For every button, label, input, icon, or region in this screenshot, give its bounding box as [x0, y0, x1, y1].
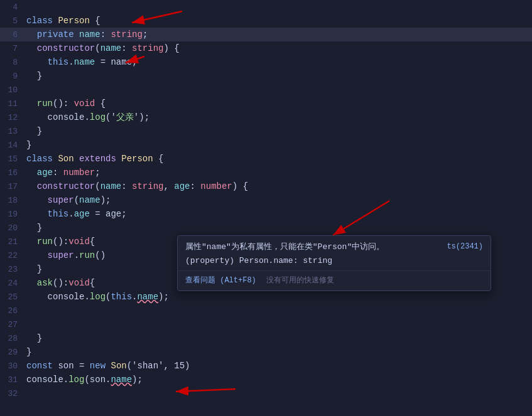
line-number-29: 29 — [0, 348, 24, 357]
line-number-14: 14 — [0, 141, 24, 150]
line-number-22: 22 — [0, 251, 24, 260]
line-number-32: 32 — [0, 389, 24, 398]
line-number-24: 24 — [0, 279, 24, 288]
code-line-4: 4 — [0, 0, 532, 14]
line-number-8: 8 — [0, 58, 24, 67]
line-number-30: 30 — [0, 361, 24, 371]
line-number-4: 4 — [0, 3, 24, 12]
code-line-14: 14} — [0, 138, 532, 152]
line-content-5: class Person { — [24, 16, 532, 26]
line-number-27: 27 — [0, 320, 24, 329]
line-content-6: private name: string; — [24, 29, 532, 40]
line-content-14: } — [24, 140, 532, 150]
code-line-18: 18 super(name); — [0, 193, 532, 207]
line-number-17: 17 — [0, 182, 24, 191]
line-number-13: 13 — [0, 127, 24, 136]
code-line-29: 29} — [0, 345, 532, 359]
tooltip-action-link[interactable]: 查看问题 (Alt+F8) — [185, 275, 256, 285]
code-line-27: 27 — [0, 317, 532, 331]
line-content-16: age: number; — [24, 168, 532, 178]
line-number-5: 5 — [0, 16, 24, 26]
code-line-6: 6 private name: string; — [0, 28, 532, 41]
code-line-12: 12 console.log('父亲'); — [0, 110, 532, 124]
code-line-17: 17 constructor(name: string, age: number… — [0, 179, 532, 193]
line-number-31: 31 — [0, 375, 24, 385]
line-number-16: 16 — [0, 168, 24, 178]
line-number-12: 12 — [0, 113, 24, 122]
code-line-8: 8 this.name = name; — [0, 55, 532, 69]
tooltip-property-text: (property) Person.name: string — [185, 256, 332, 265]
line-number-10: 10 — [0, 85, 24, 95]
line-content-9: } — [24, 71, 532, 81]
line-number-28: 28 — [0, 334, 24, 343]
line-number-9: 9 — [0, 72, 24, 81]
line-content-17: constructor(name: string, age: number) { — [24, 181, 532, 191]
code-line-25: 25 console.log(this.name); — [0, 290, 532, 304]
line-content-7: constructor(name: string) { — [24, 43, 532, 53]
tooltip-no-fix: 没有可用的快速修复 — [266, 275, 334, 285]
tooltip-actions: 查看问题 (Alt+F8) 没有可用的快速修复 — [178, 270, 491, 291]
tooltip-property: (property) Person.name: string — [178, 255, 491, 270]
code-editor: 45class Person {6 private name: string;7… — [0, 0, 532, 416]
code-line-10: 10 — [0, 83, 532, 97]
tooltip-error-text: 属性"name"为私有属性，只能在类"Person"中访问。 — [185, 241, 442, 252]
code-line-11: 11 run(): void { — [0, 97, 532, 110]
line-number-11: 11 — [0, 99, 24, 109]
line-content-12: console.log('父亲'); — [24, 112, 532, 123]
code-line-16: 16 age: number; — [0, 166, 532, 179]
code-line-5: 5class Person { — [0, 14, 532, 28]
line-number-15: 15 — [0, 154, 24, 164]
code-line-30: 30const son = new Son('shan', 15) — [0, 359, 532, 373]
code-lines: 45class Person {6 private name: string;7… — [0, 0, 532, 400]
line-number-6: 6 — [0, 30, 24, 40]
code-line-19: 19 this.age = age; — [0, 207, 532, 221]
code-line-31: 31console.log(son.name); — [0, 373, 532, 387]
code-line-15: 15class Son extends Person { — [0, 152, 532, 166]
line-number-19: 19 — [0, 210, 24, 219]
code-line-9: 9 } — [0, 69, 532, 83]
line-content-11: run(): void { — [24, 99, 532, 109]
line-content-8: this.name = name; — [24, 57, 532, 67]
tooltip-error-line: 属性"name"为私有属性，只能在类"Person"中访问。 ts(2341) — [178, 236, 491, 255]
tooltip-popup: 属性"name"为私有属性，只能在类"Person"中访问。 ts(2341) … — [177, 235, 491, 291]
code-line-20: 20 } — [0, 221, 532, 235]
line-content-15: class Son extends Person { — [24, 154, 532, 164]
tooltip-error-code: ts(2341) — [447, 242, 483, 251]
line-content-30: const son = new Son('shan', 15) — [24, 361, 532, 371]
line-content-13: } — [24, 126, 532, 136]
code-line-13: 13 } — [0, 124, 532, 138]
line-content-18: super(name); — [24, 195, 532, 205]
code-line-26: 26 — [0, 304, 532, 317]
line-content-25: console.log(this.name); — [24, 292, 532, 302]
line-content-20: } — [24, 223, 532, 233]
line-content-29: } — [24, 347, 532, 357]
line-number-20: 20 — [0, 223, 24, 233]
line-number-25: 25 — [0, 292, 24, 302]
line-number-23: 23 — [0, 265, 24, 274]
line-number-7: 7 — [0, 44, 24, 53]
line-number-26: 26 — [0, 306, 24, 316]
code-line-32: 32 — [0, 387, 532, 400]
line-number-18: 18 — [0, 196, 24, 205]
code-line-28: 28 } — [0, 331, 532, 345]
line-number-21: 21 — [0, 237, 24, 247]
line-content-19: this.age = age; — [24, 209, 532, 219]
code-line-7: 7 constructor(name: string) { — [0, 41, 532, 55]
line-content-31: console.log(son.name); — [24, 375, 532, 385]
line-content-28: } — [24, 333, 532, 343]
